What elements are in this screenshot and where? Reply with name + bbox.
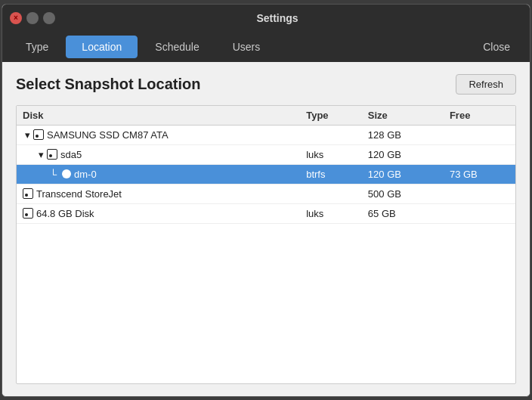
disk-name-label: SAMSUNG SSD CM87 ATA — [47, 129, 169, 141]
disk-size-label: 128 GB — [362, 125, 444, 144]
disk-list: Disk Type Size Free ▾SAMSUNG SSD CM87 AT… — [17, 106, 515, 224]
col-disk: Disk — [17, 106, 300, 126]
chevron-icon: ▾ — [23, 129, 32, 141]
tabbar: Type Location Schedule Users Close — [2, 32, 530, 62]
tab-location[interactable]: Location — [66, 36, 138, 58]
col-free: Free — [444, 106, 515, 126]
disk-type-label: luks — [300, 203, 362, 223]
disk-size-label: 120 GB — [362, 144, 444, 164]
table-row[interactable]: └dm-0btrfs120 GB73 GB — [17, 164, 515, 184]
window-close-button[interactable]: × — [10, 12, 22, 24]
section-title: Select Snapshot Location — [16, 76, 200, 93]
refresh-button[interactable]: Refresh — [456, 74, 516, 95]
disk-free-label — [444, 144, 515, 164]
disk-free-label: 73 GB — [444, 164, 515, 184]
table-row[interactable]: ▾SAMSUNG SSD CM87 ATA128 GB — [17, 125, 515, 144]
titlebar: × Settings — [2, 5, 530, 32]
disk-name-label: 64.8 GB Disk — [36, 208, 94, 219]
volume-icon — [62, 169, 71, 178]
settings-window: × Settings Type Location Schedule Users … — [2, 4, 530, 397]
disk-name-label: dm-0 — [74, 169, 97, 180]
window-maximize-button[interactable] — [43, 12, 55, 24]
disk-name-cell-sda5: ▾sda5 — [17, 144, 300, 164]
table-header-row: Disk Type Size Free — [17, 106, 515, 126]
disk-name-cell-samsung: ▾SAMSUNG SSD CM87 ATA — [17, 125, 300, 144]
disk-table: Disk Type Size Free ▾SAMSUNG SSD CM87 AT… — [16, 105, 516, 384]
window-controls: × — [10, 12, 55, 24]
disk-name-cell-transcend: Transcend StoreJet — [17, 184, 300, 203]
disk-type-label: luks — [300, 144, 362, 164]
main-content: Select Snapshot Location Refresh Disk Ty… — [2, 62, 530, 396]
hdd-icon — [23, 188, 33, 199]
table-row[interactable]: Transcend StoreJet500 GB — [17, 184, 515, 203]
tab-type[interactable]: Type — [10, 36, 64, 58]
chevron-icon: ▾ — [36, 149, 45, 160]
disk-free-label — [444, 184, 515, 203]
disk-type-label: btrfs — [300, 164, 362, 184]
table-row[interactable]: ▾sda5luks120 GB — [17, 144, 515, 164]
table-row[interactable]: 64.8 GB Diskluks65 GB — [17, 203, 515, 223]
col-type: Type — [300, 106, 362, 126]
window-title: Settings — [55, 12, 500, 24]
hdd-icon — [47, 149, 57, 160]
section-header: Select Snapshot Location Refresh — [16, 74, 516, 95]
disk-name-label: Transcend StoreJet — [36, 188, 122, 200]
window-minimize-button[interactable] — [26, 12, 39, 24]
disk-name-cell-dm-0: └dm-0 — [17, 164, 300, 184]
disk-free-label — [444, 203, 515, 223]
disk-name-label: sda5 — [60, 149, 82, 160]
hdd-icon — [23, 208, 33, 219]
hdd-icon — [33, 129, 44, 140]
disk-type-label — [300, 184, 362, 203]
disk-type-label — [300, 125, 362, 144]
disk-name-cell-64gb: 64.8 GB Disk — [17, 203, 300, 223]
disk-free-label — [444, 125, 515, 144]
disk-size-label: 120 GB — [362, 164, 444, 184]
disk-size-label: 65 GB — [362, 203, 444, 223]
disk-size-label: 500 GB — [362, 184, 444, 203]
tab-users[interactable]: Users — [217, 36, 277, 58]
tab-schedule[interactable]: Schedule — [139, 36, 215, 58]
tree-line-icon: └ — [50, 169, 59, 180]
col-size: Size — [362, 106, 444, 126]
close-button[interactable]: Close — [471, 36, 522, 57]
